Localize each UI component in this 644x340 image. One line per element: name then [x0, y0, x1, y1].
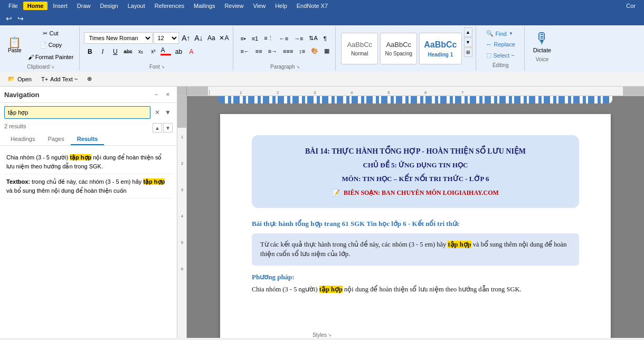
find-dropdown[interactable]: ▼	[509, 31, 513, 36]
copy-button[interactable]: 📄 Copy	[25, 40, 77, 51]
menu-item-draw[interactable]: Draw	[73, 2, 95, 10]
highlight-color-button[interactable]: ab	[173, 46, 184, 58]
align-center-button[interactable]: ≡≡	[253, 46, 265, 56]
nav-search-buttons: ✕ ▼	[153, 108, 173, 117]
menu-item-layout[interactable]: Layout	[124, 2, 149, 10]
svg-text:4: 4	[351, 90, 353, 95]
numbering-button[interactable]: ≡1	[249, 33, 261, 44]
voice-label: Voice	[536, 56, 548, 62]
multilevel-button[interactable]: ≡⋮	[261, 33, 276, 44]
shading-button[interactable]: 🎨	[308, 46, 321, 56]
list-item[interactable]: Chia nhóm (3 - 5 người) tập hợp nội dung…	[4, 150, 173, 174]
paragraph-expand[interactable]: ↘	[296, 64, 300, 69]
nav-collapse-button[interactable]: −	[151, 90, 161, 99]
doc-subtitle: CHỦ ĐỀ 5: ỨNG DỤNG TIN HỌC	[268, 160, 563, 171]
document-area[interactable]: BÀI 14: THỰC HÀNH TỔNG HỢP - HOÀN THIỆN …	[187, 96, 644, 338]
document-page[interactable]: BÀI 14: THỰC HÀNH TỔNG HỢP - HOÀN THIỆN …	[220, 114, 611, 338]
ribbon: 📋 Paste ✂ Cut 📄 Copy 🖌 Format Painter Cl…	[0, 25, 644, 72]
cut-button[interactable]: ✂ Cut	[25, 29, 77, 39]
style-nospacing-preview: AaBbCc	[386, 41, 411, 49]
replace-button[interactable]: ↔ Replace	[482, 40, 519, 49]
decrease-indent-button[interactable]: ←≡	[277, 33, 291, 44]
borders-button[interactable]: ▦	[321, 46, 332, 56]
styles-scroll-down[interactable]: ▼	[464, 37, 472, 47]
nav-search-input[interactable]	[4, 106, 150, 119]
menu-item-insert[interactable]: Insert	[49, 2, 72, 10]
wavy-border	[219, 96, 612, 103]
italic-button[interactable]: I	[97, 46, 108, 58]
open-icon: 📂	[8, 75, 15, 82]
paste-button[interactable]: 📋 Paste	[5, 32, 24, 59]
styles-scroll-up[interactable]: ▲	[464, 27, 472, 37]
style-normal-label: Normal	[351, 51, 368, 56]
svg-text:│: │	[208, 90, 211, 96]
strikethrough-button[interactable]: abc	[122, 46, 134, 58]
doc-quote-box: Từ các kết quả thực hành trong chủ đề nà…	[252, 233, 579, 266]
method-highlight: tập hợp	[319, 286, 343, 293]
nav-tab-headings[interactable]: Headings	[4, 134, 41, 145]
font-color-button[interactable]: A	[160, 46, 172, 58]
nav-tabs: Headings Pages Results	[0, 134, 177, 146]
format-painter-button[interactable]: 🖌 Format Painter	[25, 52, 77, 62]
menu-item-help[interactable]: Help	[271, 2, 291, 10]
select-button[interactable]: ⬚ Select ~	[482, 50, 519, 60]
style-normal[interactable]: AaBbCc Normal	[341, 33, 378, 64]
clipboard-expand[interactable]: ↘	[51, 64, 54, 69]
style-no-spacing[interactable]: AaBbCc No Spacing	[380, 33, 417, 64]
extra-button[interactable]: ⊕	[83, 74, 96, 84]
clear-formatting-button[interactable]: ✕A	[218, 32, 230, 44]
nav-search-dropdown-button[interactable]: ▼	[163, 108, 173, 117]
undo-button[interactable]: ↩	[4, 14, 14, 23]
svg-text:6: 6	[181, 267, 184, 271]
menu-item-file[interactable]: File	[4, 2, 22, 10]
dictate-icon: 🎙	[535, 30, 550, 47]
find-button[interactable]: 🔍 Find ▼	[482, 29, 519, 39]
font-size-select[interactable]: 12	[154, 32, 179, 44]
font-expand[interactable]: ↘	[161, 64, 165, 69]
open-button[interactable]: 📂 Open	[4, 74, 35, 84]
add-text-button[interactable]: T+ Add Text ~	[37, 74, 81, 84]
font-family-select[interactable]: Times New Roman	[84, 32, 153, 44]
align-right-button[interactable]: ≡→	[266, 46, 280, 56]
nav-header: Navigation − ×	[0, 87, 177, 103]
menu-item-endnote[interactable]: EndNote X7	[292, 2, 332, 10]
clipboard-label: Clipboard ↘	[27, 64, 54, 70]
find-icon: 🔍	[486, 30, 494, 37]
show-marks-button[interactable]: ¶	[321, 33, 329, 44]
subscript-button[interactable]: x₂	[135, 46, 146, 58]
style-heading1-label: Heading 1	[428, 52, 453, 58]
increase-indent-button[interactable]: →≡	[291, 33, 306, 44]
justify-button[interactable]: ≡≡≡	[280, 46, 296, 56]
font-color-alt-button[interactable]: A	[185, 46, 197, 58]
nav-prev-button[interactable]: ▲	[153, 123, 162, 133]
change-case-button[interactable]: Aa	[205, 32, 217, 44]
menu-item-home[interactable]: Home	[23, 2, 48, 10]
bold-button[interactable]: B	[84, 46, 96, 58]
redo-button[interactable]: ↪	[16, 14, 25, 23]
decrease-font-button[interactable]: A↓	[193, 32, 204, 44]
superscript-button[interactable]: x²	[147, 46, 159, 58]
list-item[interactable]: Textbox: trong chủ đề này, các nhóm (3 -…	[4, 174, 173, 199]
align-left-button[interactable]: ≡←	[238, 46, 252, 56]
menu-item-view[interactable]: View	[249, 2, 270, 10]
menu-item-review[interactable]: Review	[220, 2, 248, 10]
styles-more[interactable]: ⊞	[464, 48, 472, 57]
nav-close-button[interactable]: ×	[163, 90, 173, 99]
increase-font-button[interactable]: A↑	[180, 32, 192, 44]
line-spacing-button[interactable]: ↕≡	[296, 46, 308, 56]
menu-item-design[interactable]: Design	[96, 2, 122, 10]
styles-expand[interactable]: ↘	[328, 333, 332, 337]
menu-bar: File Home Insert Draw Design Layout Refe…	[0, 0, 644, 12]
style-heading1[interactable]: AaBbCc Heading 1	[419, 33, 461, 64]
nav-next-button[interactable]: ▼	[163, 123, 173, 133]
nav-search-clear-button[interactable]: ✕	[153, 108, 162, 117]
page-container: BÀI 14: THỰC HÀNH TỔNG HỢP - HOÀN THIỆN …	[187, 103, 644, 338]
menu-item-references[interactable]: References	[150, 2, 188, 10]
menu-item-mailings[interactable]: Mailings	[190, 2, 219, 10]
nav-tab-results[interactable]: Results	[71, 134, 105, 145]
nav-tab-pages[interactable]: Pages	[41, 134, 70, 145]
underline-button[interactable]: U	[109, 46, 121, 58]
bullets-button[interactable]: ≡•	[238, 33, 248, 44]
sort-button[interactable]: ⇅A	[306, 33, 320, 44]
dictate-label[interactable]: Dictate	[533, 47, 551, 53]
